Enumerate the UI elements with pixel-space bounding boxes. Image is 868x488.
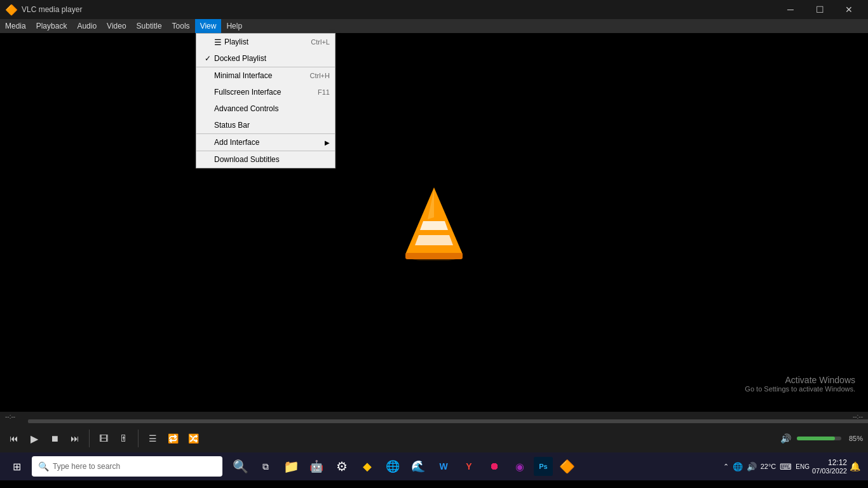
playlist-label: Playlist (224, 37, 306, 46)
taskbar-clock[interactable]: 12:12 07/03/2022 (812, 458, 847, 475)
svg-marker-3 (420, 221, 448, 230)
show-ext-settings-button[interactable]: 🎚 (115, 430, 133, 447)
tray-chevron[interactable]: ⌃ (723, 463, 729, 471)
menu-media[interactable]: Media (0, 19, 31, 33)
controls-divider-2 (138, 430, 139, 447)
minimal-shortcut: Ctrl+H (310, 72, 330, 79)
menu-item-add-interface[interactable]: Add Interface ▶ (196, 134, 335, 151)
menu-view[interactable]: View (195, 19, 222, 33)
frame-by-frame-button[interactable]: 🎞 (95, 430, 112, 447)
taskbar-settings[interactable]: ⚙ (330, 455, 353, 478)
activate-windows-text: Activate Windows (745, 375, 855, 385)
volume-label: 85% (844, 435, 863, 442)
view-dropdown-menu: ☰ Playlist Ctrl+L ✓ Docked Playlist Mini… (196, 33, 336, 168)
menu-video[interactable]: Video (102, 19, 131, 33)
app-title: VLC media player (22, 5, 776, 14)
menu-item-docked-playlist[interactable]: ✓ Docked Playlist (196, 50, 335, 67)
taskbar-app-yellow[interactable]: ◆ (356, 455, 379, 478)
playlist-shortcut: Ctrl+L (311, 38, 330, 46)
vlc-app-icon: 🔶 (5, 4, 18, 16)
menu-tools[interactable]: Tools (167, 19, 195, 33)
download-subtitles-label: Download Subtitles (214, 155, 330, 164)
taskbar-edge[interactable]: 🌊 (407, 455, 430, 478)
menu-playback[interactable]: Playback (31, 19, 72, 33)
video-area: Activate Windows Go to Settings to activ… (0, 33, 868, 412)
stop-button[interactable]: ⏹ (46, 430, 64, 447)
taskbar-taskview[interactable]: ⧉ (254, 455, 277, 478)
tray-network[interactable]: 🌐 (733, 462, 743, 471)
menu-item-status-bar[interactable]: Status Bar (196, 117, 335, 133)
controls-divider-1 (89, 430, 90, 447)
tray-language[interactable]: ENG (796, 463, 810, 470)
svg-marker-4 (415, 235, 453, 245)
volume-icon-button[interactable]: 🔊 (776, 430, 794, 447)
menu-item-playlist[interactable]: ☰ Playlist Ctrl+L (196, 34, 335, 50)
progress-area: --:-- --:-- (0, 412, 868, 424)
status-bar-label: Status Bar (214, 121, 330, 130)
system-tray-icons: ⌃ 🌐 🔊 22°C ⌨ ENG (723, 462, 810, 471)
close-button[interactable]: ✕ (835, 0, 863, 19)
taskbar: ⊞ 🔍 Type here to search 🔍 ⧉ 📁 🤖 ⚙ ◆ 🌐 🌊 … (0, 452, 868, 480)
volume-area: 🔊 85% (776, 430, 863, 447)
taskbar-search-bar[interactable]: 🔍 Type here to search (32, 456, 222, 477)
taskbar-photoshop[interactable]: Ps (534, 457, 553, 476)
svg-rect-5 (405, 253, 463, 259)
controls-bar: ⏮ ▶ ⏹ ⏭ 🎞 🎚 ☰ 🔁 🔀 🔊 85% (0, 424, 868, 452)
start-button[interactable]: ⊞ (3, 452, 31, 480)
add-interface-arrow: ▶ (325, 139, 330, 146)
vlc-cone-logo (402, 184, 466, 261)
playlist-button[interactable]: ☰ (144, 430, 161, 447)
menu-item-advanced-controls[interactable]: Advanced Controls (196, 100, 335, 117)
tray-volume[interactable]: 🔊 (747, 462, 757, 471)
taskbar-search-icon: 🔍 (38, 461, 49, 471)
next-button[interactable]: ⏭ (66, 430, 84, 447)
maximize-button[interactable]: ☐ (806, 0, 834, 19)
playlist-icon: ☰ (214, 37, 222, 47)
activate-windows-subtext: Go to Settings to activate Windows. (745, 385, 855, 393)
volume-slider[interactable] (797, 437, 841, 440)
taskbar-music-app[interactable]: ⏺ (483, 455, 506, 478)
taskbar-search-placeholder: Type here to search (53, 462, 120, 471)
previous-button[interactable]: ⏮ (5, 430, 23, 447)
docked-playlist-check: ✓ (201, 54, 214, 63)
taskbar-search-app[interactable]: 🔍 (229, 455, 252, 478)
tray-temp: 22°C (761, 463, 776, 470)
tray-keyboard[interactable]: ⌨ (780, 462, 792, 471)
activate-windows-watermark: Activate Windows Go to Settings to activ… (745, 375, 855, 393)
loop-button[interactable]: 🔁 (164, 430, 182, 447)
add-interface-label: Add Interface (214, 138, 325, 147)
volume-fill (797, 437, 835, 440)
menu-subtitle[interactable]: Subtitle (132, 19, 167, 33)
progress-bar[interactable] (28, 419, 868, 423)
taskbar-app-red-y[interactable]: Y (458, 455, 480, 478)
menu-item-minimal-interface[interactable]: Minimal Interface Ctrl+H (196, 67, 335, 84)
minimize-button[interactable]: ─ (776, 0, 804, 19)
taskbar-word[interactable]: W (432, 455, 455, 478)
titlebar: 🔶 VLC media player ─ ☐ ✕ (0, 0, 868, 19)
taskbar-right-area: ⌃ 🌐 🔊 22°C ⌨ ENG 12:12 07/03/2022 🔔 (723, 458, 865, 475)
taskbar-edge-chromium[interactable]: 🌐 (381, 455, 404, 478)
clock-date: 07/03/2022 (812, 467, 847, 475)
menu-audio[interactable]: Audio (72, 19, 102, 33)
minimal-interface-label: Minimal Interface (214, 71, 305, 80)
menu-item-download-subtitles[interactable]: Download Subtitles (196, 151, 335, 168)
docked-playlist-label: Docked Playlist (214, 54, 330, 63)
random-button[interactable]: 🔀 (184, 430, 202, 447)
menu-item-fullscreen-interface[interactable]: Fullscreen Interface F11 (196, 84, 335, 100)
clock-time: 12:12 (812, 458, 847, 467)
play-pause-button[interactable]: ▶ (25, 430, 43, 447)
taskbar-android[interactable]: 🤖 (305, 455, 328, 478)
taskbar-file-explorer[interactable]: 📁 (280, 455, 302, 478)
fullscreen-shortcut: F11 (318, 88, 330, 96)
menubar: Media Playback Audio Video Subtitle Tool… (0, 19, 868, 33)
taskbar-vlc[interactable]: 🔶 (555, 455, 578, 478)
taskbar-apps: 🔍 ⧉ 📁 🤖 ⚙ ◆ 🌐 🌊 W Y ⏺ ◉ Ps 🔶 (229, 455, 578, 478)
advanced-controls-label: Advanced Controls (214, 104, 330, 113)
menu-help[interactable]: Help (221, 19, 247, 33)
window-controls: ─ ☐ ✕ (776, 0, 863, 19)
taskbar-purple-app[interactable]: ◉ (508, 455, 531, 478)
windows-icon: ⊞ (13, 461, 21, 473)
fullscreen-interface-label: Fullscreen Interface (214, 88, 313, 97)
progress-time-left: --:-- (5, 413, 15, 420)
tray-notification[interactable]: 🔔 (850, 461, 860, 471)
